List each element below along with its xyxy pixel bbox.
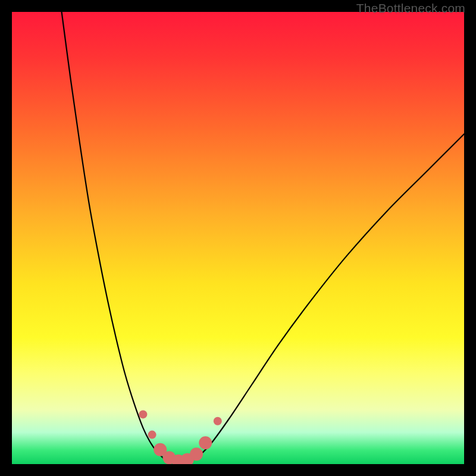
highlight-marker [148, 431, 156, 439]
chart-svg [12, 12, 464, 464]
highlight-marker [190, 447, 203, 461]
right-curve [198, 134, 464, 458]
watermark-text: TheBottleneck.com [356, 1, 465, 15]
curve-layer [62, 12, 464, 462]
highlight-marker [214, 417, 222, 425]
left-curve [62, 12, 164, 458]
highlight-marker [199, 436, 212, 449]
marker-layer [139, 410, 221, 464]
highlight-marker [139, 410, 147, 418]
